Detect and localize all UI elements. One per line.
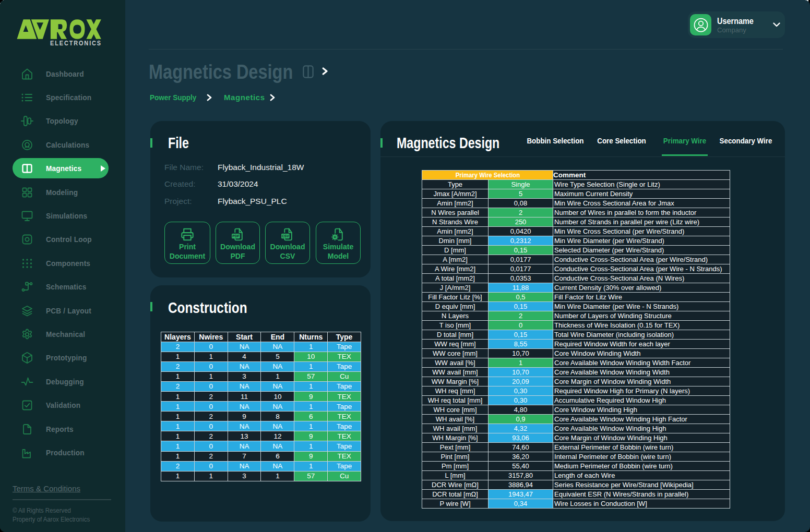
svg-text:PDF: PDF [232, 234, 239, 238]
svg-text:ELECTRONICS: ELECTRONICS [50, 40, 102, 47]
svg-text:CSV: CSV [282, 234, 289, 238]
